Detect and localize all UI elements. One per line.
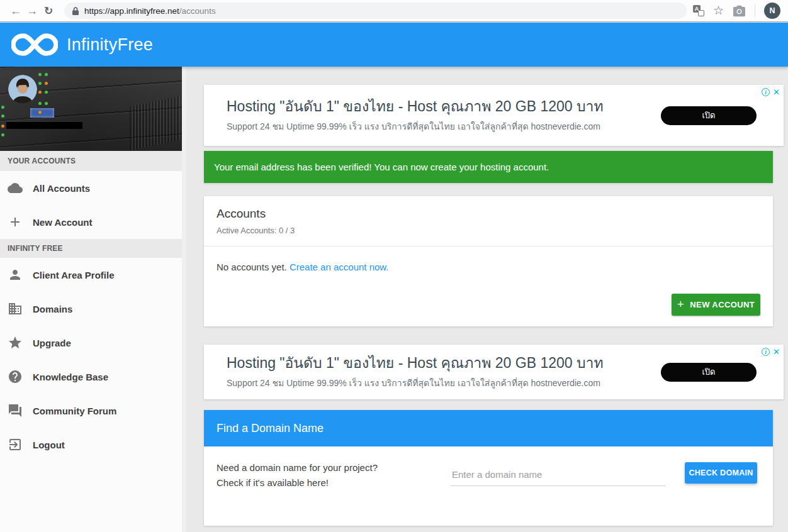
find-domain-card: Find a Domain Name Need a domain name fo… <box>204 410 773 526</box>
url-host: https://app.infinityfree.net <box>84 6 179 16</box>
ssl-lock-icon[interactable] <box>72 6 79 16</box>
infinity-logo-icon[interactable] <box>11 31 58 58</box>
toolbar-divider <box>755 4 755 17</box>
address-bar[interactable]: https://app.infinityfree.net/accounts <box>64 3 687 19</box>
server-led-decoration <box>1 106 4 109</box>
url-text: https://app.infinityfree.net/accounts <box>84 6 216 16</box>
find-domain-title: Find a Domain Name <box>217 422 324 435</box>
find-domain-description: Need a domain name for your project? Che… <box>217 460 380 490</box>
sidebar-item-new-account[interactable]: New Account <box>0 205 186 239</box>
new-account-button[interactable]: + NEW ACCOUNT <box>672 294 760 316</box>
forum-icon <box>8 403 23 418</box>
sidebar-section-your-accounts: YOUR ACCOUNTS <box>0 151 186 171</box>
check-domain-button[interactable]: CHECK DOMAIN <box>685 462 757 484</box>
translate-icon[interactable]: A <box>693 5 704 16</box>
app-header: InfinityFree <box>0 23 788 67</box>
ad-banner-top[interactable]: Hosting "อันดับ 1" ของไทย - Host คุณภาพ … <box>204 85 784 146</box>
person-icon <box>8 267 23 282</box>
create-account-link[interactable]: Create an account now. <box>290 262 389 272</box>
user-avatar <box>8 75 37 104</box>
brand-name[interactable]: InfinityFree <box>67 35 153 55</box>
sidebar-item-knowledge-base[interactable]: Knowledge Base <box>0 360 186 394</box>
sidebar: YOUR ACCOUNTS All Accounts New Account I… <box>0 67 186 532</box>
ad-cta-button[interactable]: เปิด <box>661 106 757 125</box>
profile-banner-image <box>0 67 186 151</box>
active-accounts-count: Active Accounts: 0 / 3 <box>217 226 760 235</box>
main-content: Hosting "อันดับ 1" ของไทย - Host คุณภาพ … <box>186 67 788 532</box>
screenshot-camera-icon[interactable] <box>733 5 746 17</box>
sidebar-scrollbar[interactable] <box>182 67 186 532</box>
sidebar-item-upgrade[interactable]: Upgrade <box>0 326 186 360</box>
server-led-decoration <box>45 73 48 76</box>
plus-icon <box>8 214 23 230</box>
redacted-username <box>6 122 82 129</box>
ad-close-icon[interactable]: ✕ <box>773 348 780 356</box>
browser-profile-avatar[interactable]: N <box>764 3 780 19</box>
sidebar-item-client-area-profile[interactable]: Client Area Profile <box>0 258 186 292</box>
ad-cta-button[interactable]: เปิด <box>661 363 757 382</box>
find-domain-header: Find a Domain Name <box>204 410 773 446</box>
url-path: /accounts <box>179 6 216 16</box>
adchoices-info-icon[interactable]: i <box>762 348 770 356</box>
sidebar-item-domains[interactable]: Domains <box>0 292 186 326</box>
no-accounts-text: No accounts yet. <box>217 262 287 272</box>
ad-description: Support 24 ชม Uptime 99.99% เร็ว แรง บริ… <box>227 119 604 133</box>
bookmark-star-icon[interactable]: ☆ <box>713 5 724 16</box>
server-lcd-decoration <box>30 108 54 118</box>
building-icon <box>8 301 23 316</box>
domain-search-input[interactable] <box>451 467 666 486</box>
exit-icon <box>8 437 23 452</box>
ad-title-link[interactable]: Hosting "อันดับ 1" ของไทย - Host คุณภาพ … <box>227 97 604 115</box>
sidebar-section-infinityfree: INFINITY FREE <box>0 239 186 258</box>
ad-close-icon[interactable]: ✕ <box>773 88 780 96</box>
adchoices-info-icon[interactable]: i <box>762 88 770 96</box>
sidebar-item-logout[interactable]: Logout <box>0 428 186 462</box>
accounts-card: Accounts Active Accounts: 0 / 3 No accou… <box>204 196 773 326</box>
star-icon <box>8 335 23 350</box>
cloud-icon <box>8 180 23 196</box>
browser-back-icon[interactable]: ← <box>8 3 24 19</box>
ad-title-link[interactable]: Hosting "อันดับ 1" ของไทย - Host คุณภาพ … <box>227 354 604 372</box>
browser-forward-icon[interactable]: → <box>24 3 40 19</box>
ad-description: Support 24 ชม Uptime 99.99% เร็ว แรง บริ… <box>227 376 604 390</box>
server-led-decoration <box>38 73 42 76</box>
browser-refresh-icon[interactable]: ↻ <box>40 3 57 19</box>
email-verified-notification: Your email address has been verified! Yo… <box>204 151 773 183</box>
accounts-card-title: Accounts <box>217 207 760 221</box>
sidebar-item-all-accounts[interactable]: All Accounts <box>0 171 186 205</box>
help-icon <box>8 369 23 384</box>
sidebar-item-community-forum[interactable]: Community Forum <box>0 394 186 428</box>
ad-banner-bottom[interactable]: Hosting "อันดับ 1" ของไทย - Host คุณภาพ … <box>204 345 784 399</box>
browser-toolbar: ← → ↻ https://app.infinityfree.net/accou… <box>0 0 788 22</box>
plus-icon: + <box>677 297 685 311</box>
